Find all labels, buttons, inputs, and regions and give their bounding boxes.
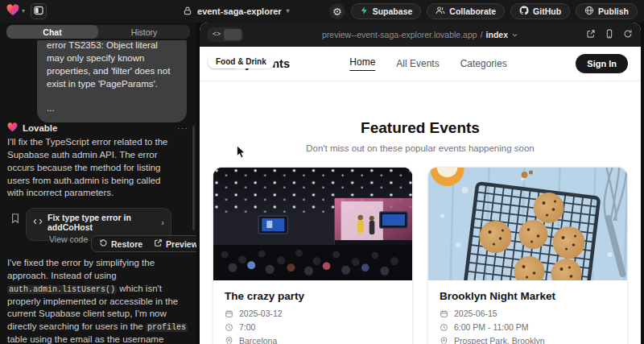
event-location: Barcelona: [225, 336, 401, 344]
bookmark-icon[interactable]: [10, 213, 20, 227]
toggle-knob: [224, 29, 242, 40]
preview-button[interactable]: Preview: [148, 238, 196, 249]
inline-code: profiles: [146, 323, 188, 332]
featured-section: Featured Events Don't miss out on these …: [200, 119, 641, 153]
code-icon: <>: [209, 31, 224, 39]
clock-icon: [225, 323, 233, 332]
supabase-button[interactable]: Supabase: [351, 3, 422, 19]
top-bar-actions: ⚙ Supabase Collaborate GitHub Publish: [329, 3, 638, 19]
collaborate-label: Collaborate: [449, 6, 496, 16]
lock-icon: [183, 6, 192, 18]
chevron-down-icon: ▾: [287, 8, 290, 15]
url-separator: /: [481, 30, 483, 39]
tab-history-label: History: [131, 27, 158, 37]
panel-icon: [34, 4, 43, 19]
assistant-paragraph-1: I'll fix the TypeScript error related to…: [7, 136, 178, 200]
event-time: 6:00 PM - 11:00 PM: [440, 322, 616, 332]
pin-icon: [225, 337, 233, 344]
event-image-conference: [213, 168, 412, 280]
section-subtitle: Don't miss out on these popular events h…: [200, 143, 641, 153]
calendar-icon: [225, 309, 233, 318]
lovable-logo-menu[interactable]: ▾: [6, 4, 25, 19]
preview-label: Preview: [166, 239, 196, 249]
preview-url[interactable]: preview--event-saga-explorer.lovable.app…: [322, 23, 518, 47]
message-menu-icon[interactable]: ···: [177, 123, 188, 133]
event-card-2[interactable]: Food & Drink Brooklyn Night Market 2025-…: [427, 167, 628, 344]
calendar-icon: [440, 309, 448, 318]
supabase-bolt-icon: [360, 6, 369, 17]
event-image-cookies: [428, 168, 627, 280]
nav-all-events[interactable]: All Events: [396, 58, 439, 69]
top-bar: ▾ event-saga-explorer ▾ ⚙ Supabase Colla…: [0, 0, 644, 23]
restore-icon: [99, 238, 108, 249]
nav-categories[interactable]: Categories: [460, 58, 507, 69]
tab-chat-label: Chat: [43, 27, 61, 37]
event-cards: Arts The crazy party 2025-03-12 7:00 Bar…: [200, 167, 641, 344]
lovable-heart-icon: [6, 4, 19, 19]
github-icon: [519, 6, 529, 17]
event-date: 2025-03-12: [225, 309, 401, 318]
chevron-down-icon: ▾: [22, 8, 25, 15]
supabase-label: Supabase: [373, 6, 413, 16]
preview-panel: <> preview--event-saga-explorer.lovable.…: [200, 23, 641, 344]
chat-scrollbar[interactable]: [192, 126, 195, 230]
preview-toolbar: <> preview--event-saga-explorer.lovable.…: [200, 23, 641, 47]
lovable-heart-icon: [7, 121, 18, 135]
paragraph-text: I've fixed the error by simplifying the …: [7, 258, 155, 280]
event-location: Prospect Park, Brooklyn: [440, 336, 616, 344]
assistant-header: Lovable ···: [7, 121, 188, 135]
event-card-1[interactable]: Arts The crazy party 2025-03-12 7:00 Bar…: [213, 167, 413, 344]
restore-button[interactable]: Restore: [93, 238, 148, 249]
inline-code: auth.admin.listUsers(): [7, 285, 117, 294]
refresh-icon[interactable]: [623, 27, 633, 42]
tab-chat[interactable]: Chat: [6, 25, 98, 39]
event-date: 2025-06-15: [440, 309, 616, 318]
code-preview-toggle[interactable]: <>: [208, 27, 243, 42]
version-actions: Restore Preview: [91, 235, 196, 252]
chat-panel: error TS2353: Object literal may only sp…: [0, 23, 196, 344]
project-name: event-saga-explorer: [197, 6, 282, 16]
external-link-icon: [154, 238, 163, 249]
chevron-down-icon: [511, 31, 518, 39]
settings-button[interactable]: ⚙: [329, 3, 345, 19]
site-nav: Home All Events Categories: [349, 56, 506, 71]
user-message-bubble: error TS2353: Object literal may only sp…: [37, 32, 187, 122]
publish-label: Publish: [598, 6, 629, 16]
globe-icon: [584, 6, 594, 17]
sign-in-button[interactable]: Sign In: [576, 54, 628, 73]
github-button[interactable]: GitHub: [510, 3, 570, 19]
pin-icon: [440, 337, 448, 344]
gear-icon: ⚙: [332, 6, 342, 18]
code-icon: [33, 218, 43, 227]
people-icon: [436, 6, 445, 17]
site-content: CityEvents Home All Events Categories Si…: [200, 47, 641, 344]
toggle-sidebar-button[interactable]: [31, 3, 47, 19]
open-in-new-tab-icon[interactable]: [586, 27, 596, 42]
project-switcher[interactable]: event-saga-explorer ▾: [183, 6, 290, 18]
section-title: Featured Events: [200, 119, 641, 137]
assistant-paragraph-2: I've fixed the error by simplifying the …: [7, 257, 189, 344]
assistant-name: Lovable: [23, 123, 57, 133]
paragraph-text: table using the email as the username (s…: [7, 334, 184, 344]
restore-label: Restore: [111, 239, 142, 249]
user-message-text: error TS2353: Object literal may only sp…: [47, 39, 177, 90]
collaborate-button[interactable]: Collaborate: [427, 3, 505, 19]
chevron-right-icon: ›: [161, 218, 164, 227]
url-host: preview--event-saga-explorer.lovable.app: [322, 30, 477, 39]
mobile-view-icon[interactable]: [605, 27, 614, 42]
chat-tabs: Chat History: [0, 23, 196, 40]
url-page: index: [486, 30, 508, 39]
user-message-more: ...: [47, 102, 177, 114]
version-title: Fix type type error in addCoHost: [47, 213, 156, 232]
tab-history[interactable]: History: [98, 25, 190, 39]
mouse-cursor: [236, 145, 246, 163]
github-label: GitHub: [533, 6, 561, 16]
event-title: Brooklyn Night Market: [440, 290, 616, 302]
publish-button[interactable]: Publish: [576, 3, 638, 19]
clock-icon: [440, 323, 448, 332]
event-title: The crazy party: [225, 290, 401, 302]
event-time: 7:00: [225, 322, 401, 332]
nav-home[interactable]: Home: [349, 56, 375, 71]
